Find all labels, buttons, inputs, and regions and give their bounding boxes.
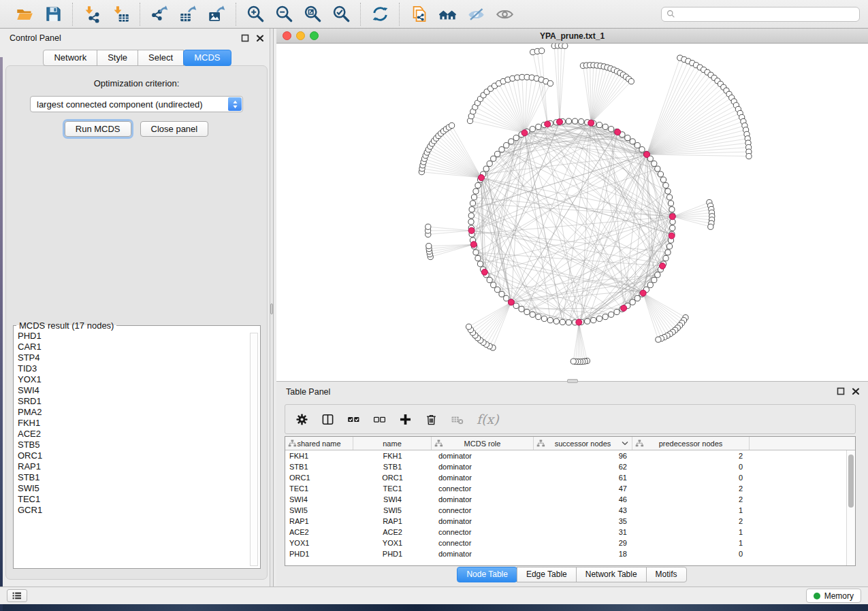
network-node[interactable] xyxy=(536,314,541,320)
network-node[interactable] xyxy=(468,219,474,225)
mcds-node[interactable] xyxy=(481,269,487,276)
mcds-node[interactable] xyxy=(615,129,621,135)
network-node[interactable] xyxy=(602,314,608,320)
network-node[interactable] xyxy=(547,318,553,323)
tab-motifs[interactable]: Motifs xyxy=(646,567,687,582)
network-node[interactable] xyxy=(666,244,672,249)
network-node[interactable] xyxy=(669,207,675,212)
network-node[interactable] xyxy=(513,135,519,141)
mcds-result-item[interactable]: STB5 xyxy=(18,440,245,450)
network-node[interactable] xyxy=(562,44,568,49)
network-node[interactable] xyxy=(491,156,496,161)
network-node[interactable] xyxy=(708,224,713,229)
network-node[interactable] xyxy=(663,182,669,188)
table-row[interactable]: ORC1ORC1dominator610 xyxy=(285,472,855,483)
task-history-button[interactable] xyxy=(7,589,27,602)
tab-select[interactable]: Select xyxy=(138,50,184,66)
float-panel-button[interactable] xyxy=(241,34,250,43)
memory-button[interactable]: Memory xyxy=(806,589,861,603)
network-node[interactable] xyxy=(560,319,565,325)
show-all-button[interactable] xyxy=(492,3,517,25)
mcds-result-item[interactable]: PHD1 xyxy=(18,331,245,342)
zoom-fit-button[interactable] xyxy=(300,3,325,25)
export-table-button[interactable] xyxy=(175,3,201,25)
network-node[interactable] xyxy=(495,287,500,293)
network-node[interactable] xyxy=(473,188,479,194)
mcds-result-item[interactable]: ORC1 xyxy=(18,450,245,461)
columns-button[interactable] xyxy=(321,413,334,426)
export-network-button[interactable] xyxy=(146,3,172,25)
gear-button[interactable] xyxy=(295,413,308,426)
search-box[interactable] xyxy=(661,7,860,22)
tab-node-table[interactable]: Node Table xyxy=(457,567,517,582)
network-node[interactable] xyxy=(495,151,500,156)
export-image-button[interactable] xyxy=(204,3,229,25)
mcds-node[interactable] xyxy=(588,120,594,126)
mcds-node[interactable] xyxy=(576,319,582,325)
network-node[interactable] xyxy=(663,255,669,261)
network-node[interactable] xyxy=(665,188,671,194)
network-node[interactable] xyxy=(655,166,660,171)
network-node[interactable] xyxy=(628,79,634,84)
search-input[interactable] xyxy=(679,9,854,20)
tab-style[interactable]: Style xyxy=(97,50,138,66)
network-node[interactable] xyxy=(634,295,640,301)
network-node[interactable] xyxy=(625,135,630,141)
tab-mcds[interactable]: MCDS xyxy=(183,50,231,66)
mcds-result-item[interactable]: STB1 xyxy=(18,472,245,483)
network-node[interactable] xyxy=(655,272,660,278)
network-node[interactable] xyxy=(658,171,663,177)
save-button[interactable] xyxy=(40,3,66,25)
network-node[interactable] xyxy=(519,306,524,312)
network-node[interactable] xyxy=(665,250,671,255)
network-node[interactable] xyxy=(639,147,645,152)
network-node[interactable] xyxy=(487,277,492,282)
mcds-result-item[interactable]: FKH1 xyxy=(18,418,245,429)
table-row[interactable]: ACE2ACE2connector311 xyxy=(285,527,855,538)
network-node[interactable] xyxy=(614,309,620,314)
network-node[interactable] xyxy=(471,195,477,200)
network-node[interactable] xyxy=(530,312,535,317)
mcds-result-item[interactable]: ACE2 xyxy=(18,429,245,440)
splitter-grip[interactable] xyxy=(270,303,273,314)
window-minimize-button[interactable] xyxy=(296,31,305,40)
mcds-node[interactable] xyxy=(470,242,477,248)
first-neighbors-button[interactable] xyxy=(434,3,460,25)
column-header-name[interactable]: name xyxy=(353,437,432,450)
network-node[interactable] xyxy=(596,316,602,321)
column-header-predecessor-nodes[interactable]: predecessor nodes xyxy=(632,437,750,450)
network-node[interactable] xyxy=(652,277,657,282)
mcds-result-item[interactable]: SRD1 xyxy=(18,396,245,407)
table-row[interactable]: PHD1PHD1dominator180 xyxy=(285,548,855,559)
table-scrollbar[interactable] xyxy=(846,450,855,565)
network-node[interactable] xyxy=(473,250,479,255)
window-close-button[interactable] xyxy=(283,31,291,40)
network-node[interactable] xyxy=(609,127,614,132)
network-node[interactable] xyxy=(536,124,541,129)
network-node[interactable] xyxy=(470,201,475,206)
network-node[interactable] xyxy=(670,225,675,231)
network-node[interactable] xyxy=(483,166,489,171)
network-node[interactable] xyxy=(449,122,455,128)
run-mcds-button[interactable]: Run MCDS xyxy=(65,121,131,137)
network-node[interactable] xyxy=(585,318,590,324)
mcds-result-item[interactable]: SWI4 xyxy=(18,385,245,396)
column-header-successor-nodes[interactable]: successor nodes xyxy=(534,437,632,450)
mcds-node[interactable] xyxy=(521,130,528,136)
add-column-button[interactable] xyxy=(399,413,412,426)
network-node[interactable] xyxy=(468,213,474,218)
mcds-list-scrollbar[interactable] xyxy=(250,333,258,566)
mcds-node[interactable] xyxy=(621,305,627,311)
table-row[interactable]: YOX1YOX1connector291 xyxy=(285,538,855,548)
network-node[interactable] xyxy=(630,139,635,144)
network-node[interactable] xyxy=(530,127,535,132)
network-node[interactable] xyxy=(570,359,576,364)
network-node[interactable] xyxy=(426,244,432,249)
mcds-result-item[interactable]: TID3 xyxy=(18,363,245,374)
network-node[interactable] xyxy=(566,118,571,124)
mcds-result-item[interactable]: SWI5 xyxy=(18,483,245,494)
vertical-splitter[interactable] xyxy=(270,29,274,587)
network-node[interactable] xyxy=(469,207,475,212)
import-table-button[interactable] xyxy=(108,3,133,25)
network-node[interactable] xyxy=(656,337,661,342)
